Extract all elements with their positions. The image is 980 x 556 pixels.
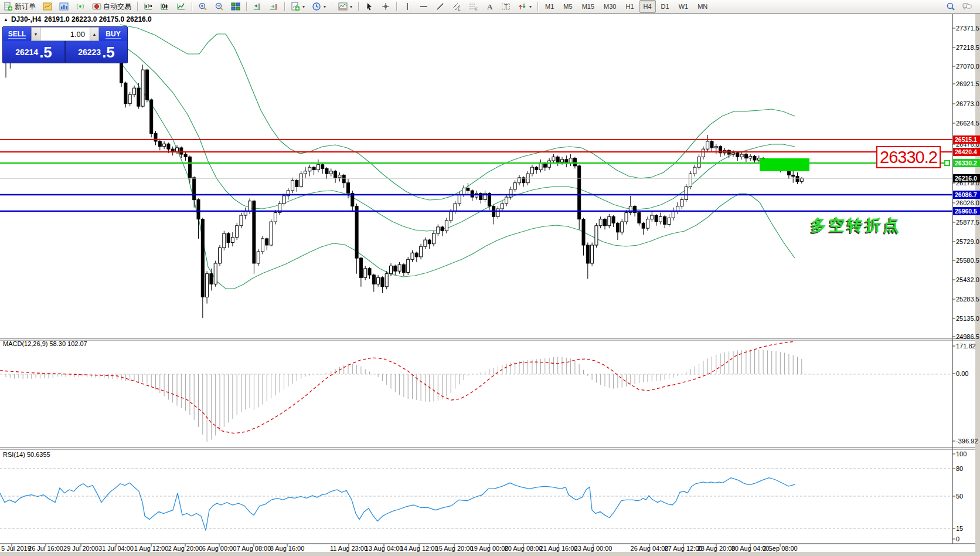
search-button[interactable] — [943, 0, 958, 13]
text-a-icon: A — [485, 2, 494, 11]
time-axis-label: 6 Aug 00:00 — [202, 545, 237, 552]
text-button[interactable]: A — [482, 0, 497, 13]
chart-window-button[interactable] — [40, 0, 55, 13]
macd-indicator-label: MACD(12,26,9) 58.30 102.07 — [3, 340, 87, 347]
price-tag-label: 26086.7 — [955, 191, 977, 198]
new-order-icon — [4, 2, 13, 11]
timeframe-button-h1[interactable]: H1 — [621, 0, 638, 13]
volume-decrease-button[interactable]: ▼ — [31, 27, 40, 41]
arrows-icon — [518, 2, 527, 11]
collapse-arrow-icon[interactable]: ▲ — [4, 17, 8, 22]
price-tag-label: 26216.0 — [955, 175, 977, 182]
terminal-window: 27371.527218.527070.026921.526773.026624… — [0, 0, 980, 556]
autoscroll-icon — [269, 2, 278, 11]
chart-canvas[interactable]: 27371.527218.527070.026921.526773.026624… — [0, 0, 980, 556]
macd-axis-label: 0.00 — [956, 370, 968, 377]
shift-end-icon — [253, 2, 262, 11]
price-axis-label: 26773.0 — [956, 100, 979, 107]
turning-point-annotation[interactable]: 多空转折点 — [811, 215, 901, 236]
price-axis-label: 25135.0 — [956, 315, 979, 322]
autotrading-button[interactable]: 自动交易 — [89, 0, 134, 13]
crosshair-button[interactable] — [378, 0, 393, 13]
line-chart-button[interactable] — [173, 0, 189, 13]
timeframe-button-h4[interactable]: H4 — [639, 0, 656, 13]
candle-chart-button[interactable] — [157, 0, 172, 13]
highlight-rectangle-object[interactable] — [760, 158, 809, 171]
symbol-period-label: DJ30-,H4 — [11, 15, 41, 23]
time-axis-label: 21 Aug 16:00 — [540, 545, 578, 552]
periods-button[interactable]: ▾ — [309, 0, 329, 13]
price-axis-label: 25729.0 — [956, 238, 979, 245]
buy-price[interactable]: 26223.5 — [66, 41, 127, 63]
one-click-trading-panel: SELL ▼ 1.00 ▲ BUY 26214.5 26223.5 — [2, 26, 128, 63]
autoscroll-button[interactable] — [266, 0, 281, 13]
shift-end-button[interactable] — [250, 0, 265, 13]
templates-button[interactable]: ▾ — [335, 0, 355, 13]
bar-chart-button[interactable] — [141, 0, 156, 13]
label-button[interactable]: T — [498, 0, 513, 13]
zoom-out-button[interactable] — [212, 0, 227, 13]
timeframe-button-m5[interactable]: M5 — [559, 0, 576, 13]
hline-button[interactable] — [416, 0, 431, 13]
toolbar-separator — [358, 2, 359, 11]
vline-button[interactable] — [400, 0, 415, 13]
template-icon — [338, 2, 348, 11]
time-axis-label: 23 Aug 00:00 — [574, 545, 612, 552]
price-level-box-object[interactable]: 26330.2 — [876, 146, 941, 168]
time-axis-label: 31 Jul 04:00 — [98, 545, 134, 552]
time-axis-label: 1 Aug 12:00 — [134, 545, 169, 552]
new-chart-button[interactable]: ▾ — [288, 0, 308, 13]
channel-button[interactable]: E — [449, 0, 464, 13]
trendline-button[interactable] — [433, 0, 448, 13]
ohlc-values: 26191.0 26223.0 26175.0 26216.0 — [44, 15, 152, 23]
price-axis-label: 26921.5 — [956, 80, 979, 87]
time-axis-label: 2 Aug 20:00 — [168, 545, 203, 552]
timeframe-button-m30[interactable]: M30 — [600, 0, 620, 13]
sell-price[interactable]: 26214.5 — [3, 41, 66, 63]
window-edge-bottom — [0, 552, 980, 556]
time-axis-label: 11 Aug 23:00 — [330, 545, 368, 552]
sell-button[interactable]: SELL — [3, 27, 31, 41]
timeframe-button-w1[interactable]: W1 — [675, 0, 693, 13]
buy-button[interactable]: BUY — [99, 27, 127, 41]
market-watch-button[interactable] — [73, 0, 88, 13]
time-axis-label: 29 Jul 20:00 — [63, 545, 98, 552]
profile-button[interactable] — [56, 0, 72, 13]
time-axis-label: 14 Aug 12:00 — [400, 545, 438, 552]
time-axis-label: 26 Jul 16:00 — [28, 545, 63, 552]
volume-input[interactable]: 1.00 — [40, 27, 90, 41]
timeframe-button-d1[interactable]: D1 — [657, 0, 673, 13]
zoom-in-button[interactable] — [195, 0, 210, 13]
chat-button[interactable] — [959, 0, 975, 13]
new-order-button[interactable]: 新订单 — [1, 0, 39, 13]
price-axis-label: 27371.5 — [956, 25, 979, 32]
timeframe-button-m1[interactable]: M1 — [541, 0, 558, 13]
arrows-button[interactable]: ▾ — [515, 0, 535, 13]
time-axis-label: 2 Sep 08:00 — [763, 545, 797, 552]
rsi-axis-label: 15 — [956, 525, 963, 532]
tile-windows-button[interactable] — [228, 0, 243, 13]
price-axis-label: 27070.0 — [956, 63, 979, 70]
time-axis-label: 8 Aug 16:00 — [270, 545, 305, 552]
time-axis-label: 26 Aug 04:00 — [631, 545, 669, 552]
fibo-button[interactable]: F — [465, 0, 481, 13]
timeframe-button-m15[interactable]: M15 — [578, 0, 598, 13]
time-axis-label: 5 Jul 2019 — [1, 545, 31, 552]
chart-window-icon — [43, 2, 52, 11]
time-axis-label: 15 Aug 20:00 — [435, 545, 474, 552]
autotrading-icon — [92, 2, 101, 11]
cursor-button[interactable] — [362, 0, 377, 13]
volume-increase-button[interactable]: ▲ — [90, 27, 99, 41]
timeframe-button-mn[interactable]: MN — [693, 0, 712, 13]
vline-icon — [403, 2, 412, 11]
macd-axis-label: 171.82 — [956, 343, 976, 350]
toolbar-separator — [284, 2, 285, 11]
fibo-icon: F — [468, 2, 478, 11]
rsi-axis-label: 80 — [956, 465, 963, 472]
clock-icon — [312, 2, 321, 11]
line-chart-icon — [176, 2, 186, 11]
toolbar-separator — [537, 2, 538, 11]
price-axis-label: 26026.0 — [956, 199, 979, 206]
time-axis[interactable]: 5 Jul 201926 Jul 16:0029 Jul 20:0031 Jul… — [1, 544, 798, 552]
cursor-icon — [365, 2, 374, 11]
